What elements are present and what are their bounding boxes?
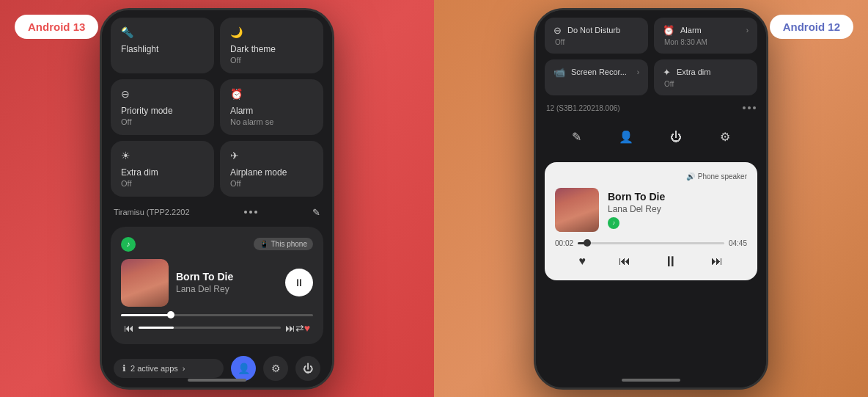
- tile-priority-sub: Off: [121, 117, 204, 126]
- progress-bar-12[interactable]: [578, 242, 724, 244]
- heart-13[interactable]: ♥: [304, 322, 310, 334]
- android-13-label: Android 13: [15, 15, 98, 39]
- media-info-12: Born To Die Lana Del Rey ♪: [608, 191, 665, 229]
- device-name: Tiramisu (TPP2.2202: [114, 208, 190, 216]
- alarm-icon-12: ⏰: [663, 25, 674, 36]
- tile-extra-dim-12[interactable]: ✦ Extra dim Off: [654, 59, 757, 95]
- pause-btn-12[interactable]: ⏸: [663, 253, 678, 270]
- tile-priority-mode[interactable]: ⊖ Priority mode Off: [111, 79, 214, 135]
- tile-screen-record-label: Screen Recor...: [571, 68, 627, 76]
- android-13-phone: 🔦 Flashlight 🌙 Dark theme Off ⊖ Priority…: [100, 8, 334, 390]
- phone-speaker-text: Phone speaker: [698, 172, 747, 181]
- media-title-12: Born To Die: [608, 191, 665, 203]
- tile-dnd-12[interactable]: ⊖ Do Not Disturb Off: [545, 18, 648, 54]
- tile-flashlight[interactable]: 🔦 Flashlight: [111, 18, 214, 73]
- tile-extra-dim-sub-12: Off: [663, 80, 749, 88]
- user-icon-12[interactable]: 👤: [613, 124, 639, 150]
- quick-tiles-row3-13: ☀ Extra dim Off ✈ Airplane mode Off: [111, 141, 323, 197]
- device-icon: 📱: [260, 240, 268, 248]
- tile-alarm-sub-13: No alarm se: [230, 117, 313, 126]
- build-text: 12 (S3B1.220218.006): [546, 104, 620, 112]
- active-apps-container[interactable]: ℹ 2 active apps ›: [114, 359, 224, 378]
- skip-next-13[interactable]: ⏭: [285, 322, 295, 334]
- skip-next-12[interactable]: ⏭: [711, 255, 723, 268]
- media-title-13: Born To Die: [176, 271, 233, 283]
- media-player-12: 🔊 Phone speaker Born To Die Lana Del Rey…: [545, 162, 757, 280]
- tile-extra-dim-label-13: Extra dim: [121, 167, 204, 178]
- airplane-icon-13: ✈: [230, 150, 243, 163]
- android-13-panel: Android 13 🔦 Flashlight 🌙 Dark theme Off: [0, 0, 434, 397]
- album-art-13: [121, 259, 169, 307]
- home-indicator-12[interactable]: [622, 379, 680, 382]
- quick-tiles-row2-13: ⊖ Priority mode Off ⏰ Alarm No alarm se: [111, 79, 323, 135]
- device-info-row: Tiramisu (TPP2.2202 ✎: [111, 203, 323, 222]
- skip-prev-12[interactable]: ⏮: [619, 255, 630, 268]
- settings-icon-12[interactable]: ⚙: [712, 124, 738, 150]
- tile-airplane-label-13: Airplane mode: [230, 167, 313, 178]
- active-apps-arrow: ›: [183, 364, 185, 373]
- tile-airplane-13[interactable]: ✈ Airplane mode Off: [220, 141, 323, 197]
- settings-button-13[interactable]: ⚙: [263, 356, 288, 381]
- media-content-13: Born To Die Lana Del Rey ⏸: [121, 259, 313, 307]
- time-end-12: 04:45: [729, 239, 747, 247]
- dnd-icon: ⊖: [553, 25, 562, 36]
- tile-dark-theme[interactable]: 🌙 Dark theme Off: [220, 18, 323, 73]
- home-indicator-13[interactable]: [188, 379, 246, 382]
- tile-screen-record[interactable]: 📹 Screen Recor... ›: [545, 59, 648, 95]
- tile-alarm-label-12: Alarm: [680, 26, 702, 34]
- dark-theme-icon: 🌙: [230, 26, 243, 40]
- flashlight-icon: 🔦: [121, 26, 134, 40]
- pause-button-13[interactable]: ⏸: [285, 269, 313, 296]
- edit-icon[interactable]: ✎: [312, 207, 320, 218]
- heart-12[interactable]: ♥: [579, 255, 586, 268]
- user-button-13[interactable]: 👤: [231, 356, 256, 381]
- this-phone-text: This phone: [271, 240, 307, 248]
- info-icon-13: ℹ: [122, 363, 126, 374]
- power-icon-12[interactable]: ⏻: [663, 124, 689, 150]
- tile-flashlight-label: Flashlight: [121, 44, 204, 54]
- skip-prev-13[interactable]: ⏮: [124, 322, 134, 334]
- media-controls-13: ⏮ ⏭ ⇄ ♥: [121, 322, 313, 334]
- media-content-12: Born To Die Lana Del Rey ♪: [555, 188, 747, 232]
- media-header-13: ♪ 📱 This phone: [121, 237, 313, 252]
- spotify-icon-12: ♪: [608, 217, 619, 229]
- tile-extra-dim-13[interactable]: ☀ Extra dim Off: [111, 141, 214, 197]
- edit-icon-12[interactable]: ✎: [564, 124, 590, 150]
- media-player-13: ♪ 📱 This phone Born To Die Lana Del Rey …: [111, 227, 323, 344]
- this-phone-badge: 📱 This phone: [254, 238, 313, 250]
- tile-extra-dim-label-12: Extra dim: [677, 68, 710, 76]
- build-dots: [743, 106, 756, 109]
- alarm-icon-13: ⏰: [230, 88, 243, 101]
- tile-screen-record-row: 📹 Screen Recor... ›: [553, 67, 639, 78]
- quick-tiles-row2-12: 📹 Screen Recor... › ✦ Extra dim Off: [545, 59, 757, 95]
- progress-row-12: 00:02 04:45: [555, 239, 747, 247]
- device-dots: [244, 211, 257, 214]
- time-start-12: 00:02: [555, 239, 573, 247]
- media-controls-12: ♥ ⏮ ⏸ ⏭: [555, 253, 747, 270]
- media-info-13: Born To Die Lana Del Rey: [176, 271, 233, 294]
- media-artist-12: Lana Del Rey: [608, 204, 665, 214]
- tile-airplane-sub-13: Off: [230, 179, 313, 188]
- media-header-12: 🔊 Phone speaker: [555, 172, 747, 181]
- extra-dim-icon-12: ✦: [663, 67, 671, 78]
- screen-record-icon: 📹: [553, 67, 565, 78]
- android-13-screen: 🔦 Flashlight 🌙 Dark theme Off ⊖ Priority…: [102, 10, 332, 387]
- progress-bar-13[interactable]: [121, 314, 313, 316]
- android-12-screen: ⊖ Do Not Disturb Off ⏰ Alarm › Mon 8:30 …: [536, 10, 766, 387]
- extra-dim-icon-13: ☀: [121, 150, 134, 163]
- tile-alarm-label-13: Alarm: [230, 106, 313, 116]
- quick-tiles-row1-13: 🔦 Flashlight 🌙 Dark theme Off: [111, 18, 323, 73]
- tile-alarm-sub-12: Mon 8:30 AM: [663, 38, 749, 46]
- progress-dot-12: [584, 239, 591, 247]
- tile-alarm-13[interactable]: ⏰ Alarm No alarm se: [220, 79, 323, 135]
- shuffle-13[interactable]: ⇄: [295, 322, 304, 334]
- tile-alarm-12[interactable]: ⏰ Alarm › Mon 8:30 AM: [654, 18, 757, 54]
- media-artist-13: Lana Del Rey: [176, 284, 233, 294]
- album-art-12: [555, 188, 599, 232]
- active-apps-text: 2 active apps: [130, 364, 178, 373]
- tile-dnd-row: ⊖ Do Not Disturb: [553, 25, 639, 36]
- power-button-13[interactable]: ⏻: [295, 356, 320, 381]
- tile-dark-theme-label: Dark theme: [230, 44, 313, 54]
- progress-spacer: [139, 327, 281, 329]
- screen-record-arrow: ›: [637, 68, 639, 76]
